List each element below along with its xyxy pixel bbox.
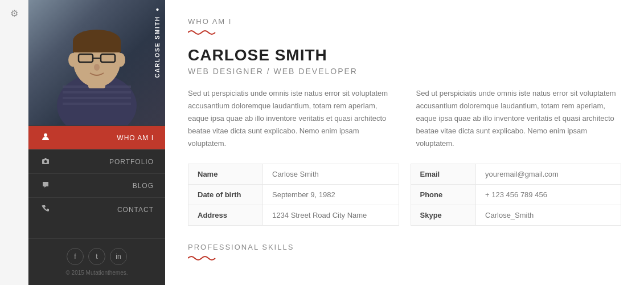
svg-point-14 xyxy=(68,53,77,67)
bio-left: Sed ut perspiciatis unde omnis iste natu… xyxy=(188,87,393,150)
skills-wave xyxy=(188,255,621,262)
svg-point-16 xyxy=(44,133,47,137)
bio-columns: Sed ut perspiciatis unde omnis iste natu… xyxy=(188,87,621,150)
sidebar-item-blog[interactable]: BLOG xyxy=(28,173,165,197)
value-name: Carlose Smith xyxy=(263,164,399,185)
copyright-text: © 2015 Mutationthemes. xyxy=(38,270,156,276)
camera-icon xyxy=(40,157,51,166)
facebook-icon[interactable]: f xyxy=(67,248,84,265)
value-skype: Carlose_Smith xyxy=(476,205,621,226)
value-phone: + 123 456 789 456 xyxy=(476,185,621,205)
sidebar-name-vertical: CARLOSE SMITH ● xyxy=(154,6,161,78)
phone-icon xyxy=(40,205,51,214)
info-table-left: Name Carlose Smith Date of birth Septemb… xyxy=(188,164,399,226)
profile-title: WEB DESIGNER / WEB DEVELOPER xyxy=(188,67,621,76)
svg-rect-3 xyxy=(63,91,131,93)
wave-decoration xyxy=(188,29,621,36)
section-title: WHO AM I xyxy=(188,17,621,26)
value-email: youremail@gmail.com xyxy=(476,164,621,185)
skills-title: PROFESSIONAL SKILLS xyxy=(188,243,621,251)
table-row: Email youremail@gmail.com xyxy=(411,164,621,185)
user-icon xyxy=(40,133,51,142)
svg-rect-5 xyxy=(63,103,131,105)
chat-icon xyxy=(40,181,51,190)
about-label: WHO AM I xyxy=(117,134,154,142)
profile-name: CARLOSE SMITH xyxy=(188,46,621,64)
settings-panel: ⚙ xyxy=(0,0,28,285)
info-table-right: Email youremail@gmail.com Phone + 123 45… xyxy=(411,164,622,226)
table-row: Phone + 123 456 789 456 xyxy=(411,185,621,205)
sidebar-item-portfolio[interactable]: PORTFOLIO xyxy=(28,149,165,173)
contact-label: CONTACT xyxy=(117,206,154,214)
linkedin-icon[interactable]: in xyxy=(110,248,127,265)
svg-rect-9 xyxy=(73,41,121,52)
main-content: WHO AM I CARLOSE SMITH WEB DESIGNER / WE… xyxy=(165,0,644,285)
twitter-icon[interactable]: t xyxy=(88,248,105,265)
label-address: Address xyxy=(188,205,263,226)
portfolio-label: PORTFOLIO xyxy=(109,158,154,166)
svg-point-15 xyxy=(116,53,125,67)
label-skype: Skype xyxy=(411,205,476,226)
label-name: Name xyxy=(188,164,263,185)
value-dob: September 9, 1982 xyxy=(263,185,399,205)
svg-point-18 xyxy=(44,160,47,163)
table-row: Date of birth September 9, 1982 xyxy=(188,185,399,205)
table-row: Skype Carlose_Smith xyxy=(411,205,621,226)
table-row: Name Carlose Smith xyxy=(188,164,399,185)
label-dob: Date of birth xyxy=(188,185,263,205)
bio-right: Sed ut perspiciatis unde omnis iste natu… xyxy=(416,87,622,150)
sidebar-item-contact[interactable]: CONTACT xyxy=(28,197,165,221)
sidebar-photo: CARLOSE SMITH ● xyxy=(28,0,165,125)
value-address: 1234 Street Road City Name xyxy=(263,205,399,226)
svg-point-13 xyxy=(94,64,100,71)
person-svg xyxy=(46,6,148,125)
gear-icon[interactable]: ⚙ xyxy=(10,8,18,19)
blog-label: BLOG xyxy=(133,182,154,190)
label-phone: Phone xyxy=(411,185,476,205)
social-icons: f t in xyxy=(38,248,156,265)
skills-section: PROFESSIONAL SKILLS xyxy=(188,243,621,262)
profile-photo xyxy=(28,0,165,125)
sidebar-footer: f t in © 2015 Mutationthemes. xyxy=(28,238,165,285)
info-grid: Name Carlose Smith Date of birth Septemb… xyxy=(188,164,621,226)
sidebar-item-about[interactable]: WHO AM I xyxy=(28,125,165,149)
label-email: Email xyxy=(411,164,476,185)
table-row: Address 1234 Street Road City Name xyxy=(188,205,399,226)
sidebar-nav: WHO AM I PORTFOLIO BLOG CONTACT xyxy=(28,125,165,238)
svg-rect-4 xyxy=(63,97,131,99)
sidebar: CARLOSE SMITH ● WHO AM I PORTFOLIO BLOG xyxy=(28,0,165,285)
